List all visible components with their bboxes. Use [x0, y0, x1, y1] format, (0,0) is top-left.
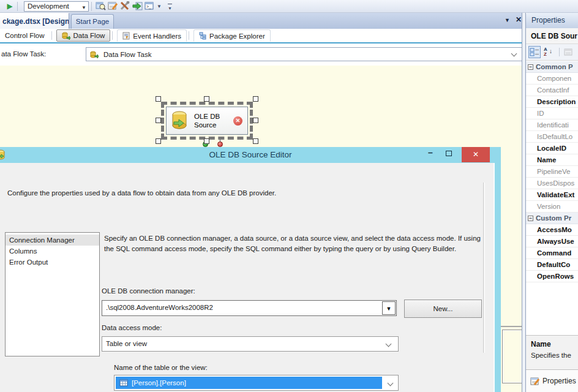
toolbar-overflow-icon[interactable]: ▼ — [167, 2, 174, 10]
alphabetical-sort-icon[interactable]: AZ↓ — [543, 46, 555, 58]
properties-bottom-tab[interactable]: Properties — [526, 369, 578, 392]
ole-db-source-node[interactable]: OLE DB Source ✕ — [166, 107, 248, 135]
tab-data-flow[interactable]: Data Flow — [56, 29, 111, 42]
tab-package-explorer[interactable]: Package Explorer — [193, 29, 271, 42]
main-toolbar: ▶ Development ▼ >_ ▼ ▼ — [0, 0, 578, 13]
tab-start-page[interactable]: Start Page — [71, 14, 114, 29]
property-label: Componen — [537, 75, 571, 82]
properties-object-combo[interactable]: OLE DB Sour — [526, 28, 578, 44]
minimize-icon[interactable]: – — [422, 147, 438, 162]
panel-splitter[interactable] — [522, 13, 526, 392]
tab-label: Event Handlers — [133, 32, 181, 40]
package-explorer-icon — [199, 32, 206, 40]
property-row[interactable]: Version — [526, 201, 578, 213]
error-icon: ✕ — [233, 116, 242, 126]
property-row[interactable]: Componen — [526, 73, 578, 85]
property-pages-icon[interactable] — [562, 46, 574, 58]
chevron-down-icon[interactable]: ▼ — [156, 1, 163, 12]
property-row[interactable]: Identificati — [526, 119, 578, 131]
properties-panel: Properties OLE DB Sour AZ↓ −Common PComp… — [526, 13, 578, 392]
dialog-pages-list: Connection Manager Columns Error Output — [5, 232, 100, 356]
maximize-icon[interactable] — [441, 147, 457, 162]
property-row[interactable]: PipelineVe — [526, 166, 578, 178]
property-description-text: Specifies the — [531, 352, 578, 359]
toolbar-separator — [17, 2, 18, 11]
collapse-icon[interactable]: − — [528, 64, 533, 70]
run-icon[interactable]: ▶ — [5, 1, 15, 11]
property-category-row[interactable]: −Common P — [526, 61, 578, 73]
page-item-connection-manager[interactable]: Connection Manager — [6, 235, 99, 246]
property-row[interactable]: DefaultCo — [526, 259, 578, 271]
property-row[interactable]: Command — [526, 247, 578, 259]
chevron-down-icon — [511, 51, 517, 57]
svg-text:>_: >_ — [146, 4, 151, 9]
solution-explorer-icon[interactable] — [94, 1, 107, 12]
resize-handle[interactable] — [156, 96, 161, 102]
tab-event-handlers[interactable]: Event Handlers — [117, 29, 187, 42]
property-row[interactable]: ContactInf — [526, 85, 578, 96]
property-row[interactable]: AccessMo — [526, 224, 578, 236]
resize-handle[interactable] — [156, 138, 161, 144]
data-flow-task-combo[interactable]: Data Flow Task — [86, 47, 522, 61]
toolbox-icon[interactable] — [119, 1, 131, 12]
property-label: AlwaysUse — [537, 238, 574, 245]
chevron-down-icon — [388, 380, 394, 386]
resize-handle[interactable] — [204, 138, 209, 144]
property-row[interactable]: Description — [526, 96, 578, 108]
property-row[interactable]: ID — [526, 108, 578, 119]
properties-tab-label: Properties — [542, 377, 576, 385]
data-access-mode-combo[interactable]: Table or view — [102, 336, 399, 352]
property-description-pane: Name Specifies the — [526, 335, 578, 369]
collapse-icon[interactable]: − — [528, 216, 533, 221]
property-label: IsDefaultLo — [537, 133, 572, 140]
page-item-columns[interactable]: Columns — [6, 246, 99, 257]
property-row[interactable]: UsesDispos — [526, 178, 578, 189]
categorized-icon[interactable] — [528, 46, 541, 58]
page-item-error-output[interactable]: Error Output — [6, 257, 99, 268]
property-row[interactable]: OpenRows — [526, 271, 578, 282]
properties-window-icon[interactable] — [107, 1, 119, 12]
toolbar-separator — [91, 2, 92, 11]
table-name-combo[interactable]: [Person].[Person] — [114, 375, 399, 391]
configuration-combo[interactable]: Development ▼ — [24, 1, 89, 12]
tab-control-flow[interactable]: Control Flow — [0, 29, 50, 42]
property-description-title: Name — [531, 340, 578, 349]
dropdown-arrow-icon[interactable]: ▼ — [382, 301, 396, 315]
property-label: Name — [537, 156, 556, 164]
resize-handle[interactable] — [253, 138, 258, 144]
property-category-row[interactable]: −Custom Pr — [526, 213, 578, 224]
import-settings-icon[interactable] — [131, 1, 143, 12]
property-label: Version — [537, 203, 560, 210]
tray-splitter[interactable] — [501, 326, 523, 327]
new-connection-button[interactable]: New... — [404, 300, 482, 318]
property-row[interactable]: Name — [526, 154, 578, 166]
connection-manager-label: OLE DB connection manager: — [102, 287, 195, 295]
close-icon[interactable]: ✕ — [462, 147, 490, 162]
node-title: OLE DB Source — [194, 112, 220, 129]
table-name-value: [Person].[Person] — [132, 379, 186, 386]
properties-tab-icon — [530, 377, 540, 386]
document-list-icon[interactable]: ▼ — [505, 17, 510, 23]
command-window-icon[interactable]: >_ — [143, 1, 156, 12]
connection-manager-combo[interactable]: .\sql2008.AdventureWorks2008R2 ▼ — [102, 300, 397, 316]
property-label: AccessMo — [537, 226, 572, 233]
resize-handle[interactable] — [253, 96, 258, 102]
close-document-icon[interactable]: ✕ — [516, 15, 522, 24]
data-flow-task-icon — [90, 50, 99, 59]
dialog-titlebar[interactable]: OLE DB Source Editor – ✕ — [0, 147, 501, 163]
properties-toolbar: AZ↓ — [526, 44, 578, 61]
tab-separator — [112, 31, 113, 40]
resize-handle[interactable] — [156, 118, 161, 123]
properties-panel-title[interactable]: Properties — [526, 13, 578, 28]
property-row[interactable]: LocaleID — [526, 143, 578, 154]
property-row[interactable]: IsDefaultLo — [526, 131, 578, 143]
resize-handle[interactable] — [253, 118, 258, 123]
tab-package-design[interactable]: ckage.dtsx [Design]* — [0, 13, 69, 29]
error-output-connector-red[interactable] — [217, 141, 223, 147]
resize-handle[interactable] — [204, 96, 209, 102]
configuration-combo-value: Development — [28, 2, 69, 10]
property-row[interactable]: ValidateExt — [526, 189, 578, 201]
property-label: OpenRows — [537, 273, 574, 280]
property-row[interactable]: AlwaysUse — [526, 236, 578, 247]
connection-managers-tray — [502, 330, 522, 383]
